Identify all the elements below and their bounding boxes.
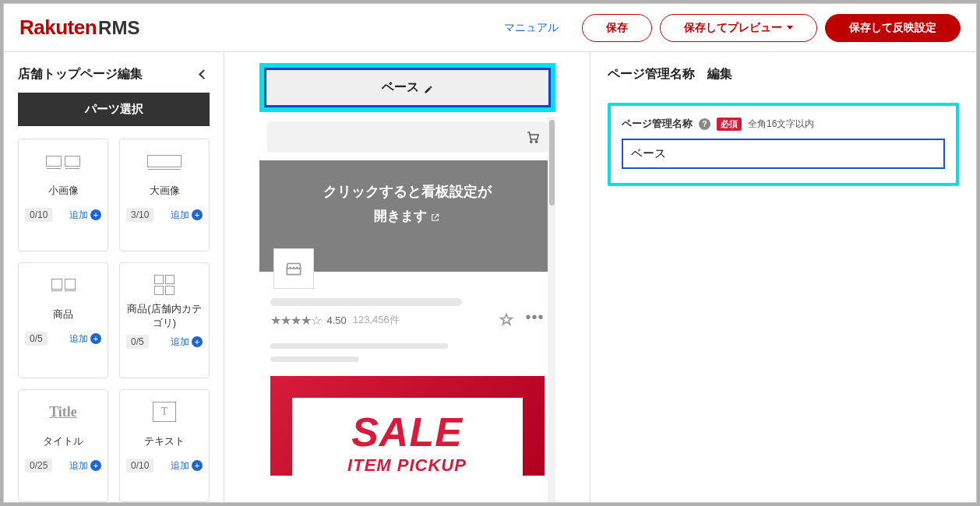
plus-icon: + [90,460,101,471]
preview-search-bar[interactable] [267,121,548,153]
scrollbar-track[interactable] [548,117,555,502]
part-add-button[interactable]: 追加+ [171,209,203,222]
svg-point-1 [535,141,537,142]
save-preview-button[interactable]: 保存してプレビュー [660,14,817,42]
pencil-icon [424,83,433,93]
part-count: 0/25 [25,459,52,473]
item-category-icon [126,271,203,299]
part-count: 0/5 [126,335,149,349]
base-button-highlight: ベース [259,63,555,112]
part-count: 0/5 [25,332,48,346]
stars-icon: ★★★★☆ [270,313,321,328]
favorite-icon[interactable] [499,312,514,328]
logo-rms: RMS [98,17,139,39]
page-name-field-highlight: ページ管理名称 ? 必須 全角16文字以内 [608,103,959,186]
plus-icon: + [192,460,203,471]
banner-text-1: クリックすると看板設定が [275,182,540,201]
skeleton-line [270,357,359,362]
logo: Rakuten RMS [19,16,139,40]
part-count: 0/10 [126,459,153,473]
external-link-icon [430,211,440,221]
base-button-label: ベース [382,79,419,96]
cart-icon [526,130,540,144]
app-window: Rakuten RMS マニュアル 保存 保存してプレビュー 保存して反映設定 … [3,3,977,503]
required-badge: 必須 [717,118,742,131]
part-add-button[interactable]: 追加+ [69,459,101,473]
preview-banner[interactable]: クリックすると看板設定が 開きます [259,160,555,272]
part-card-item-category: 商品(店舗内カテゴリ) 0/5 追加+ [119,262,210,378]
part-count: 3/10 [126,208,153,222]
part-label: 商品 [53,302,73,327]
chevron-left-icon [199,69,209,79]
mobile-preview: クリックすると看板設定が 開きます ★★★★☆ 4. [259,117,555,502]
part-count: 0/10 [25,208,52,222]
skeleton-line [270,298,462,306]
field-hint: 全角16文字以内 [748,118,814,131]
text-icon: T [126,398,203,426]
plus-icon: + [90,209,101,220]
part-label: タイトル [43,429,83,454]
right-panel: ページ管理名称 編集 ページ管理名称 ? 必須 全角16文字以内 [590,52,976,502]
plus-icon: + [192,336,203,347]
sale-heading: SALE [300,412,515,452]
part-card-text: T テキスト 0/10 追加+ [119,389,210,502]
plus-icon: + [192,209,203,220]
part-add-button[interactable]: 追加+ [69,209,101,222]
small-image-icon [25,147,101,175]
part-card-small-image: 小画像 0/10 追加+ [18,139,108,251]
save-button[interactable]: 保存 [582,14,652,42]
field-label: ページ管理名称 [622,117,693,131]
skeleton-line [270,343,448,349]
page-name-input[interactable] [622,139,945,169]
sidebar-title: 店舗トップページ編集 [18,66,194,83]
header: Rakuten RMS マニュアル 保存 保存してプレビュー 保存して反映設定 [4,4,976,52]
parts-select-button[interactable]: パーツ選択 [18,93,210,126]
svg-point-0 [530,141,531,142]
part-add-button[interactable]: 追加+ [171,459,203,473]
parts-grid: 小画像 0/10 追加+ 大画像 3/10 追加+ [4,139,224,502]
part-label: テキスト [144,429,185,454]
part-label: 大画像 [150,178,180,203]
save-apply-button[interactable]: 保存して反映設定 [825,14,961,42]
part-add-button[interactable]: 追加+ [69,332,101,346]
sidebar: 店舗トップページ編集 パーツ選択 小画像 0/10 追加+ [4,52,224,502]
rating-value: 4.50 [327,314,347,326]
plus-icon: + [90,333,101,344]
logo-rakuten: Rakuten [19,16,97,40]
large-image-icon [126,147,203,175]
part-card-large-image: 大画像 3/10 追加+ [119,139,210,251]
base-button[interactable]: ベース [264,68,551,107]
save-preview-label: 保存してプレビュー [684,21,782,35]
sale-banner: SALE ITEM PICKUP [270,376,545,476]
part-add-button[interactable]: 追加+ [171,336,203,349]
part-label: 小画像 [48,178,79,203]
item-icon [25,271,101,299]
preview-pane: ベース クリックすると看板設定が 開きます [224,52,590,502]
part-label: 商品(店舗内カテゴリ) [126,302,203,330]
right-panel-title: ページ管理名称 編集 [608,66,959,83]
manual-link[interactable]: マニュアル [504,21,559,35]
rating-count: 123,456件 [353,313,400,327]
store-badge [273,248,314,289]
part-card-title: Title タイトル 0/25 追加+ [18,389,108,502]
title-icon: Title [25,398,101,426]
main: 店舗トップページ編集 パーツ選択 小画像 0/10 追加+ [4,52,976,502]
banner-text-2: 開きます [374,207,427,225]
scrollbar-thumb[interactable] [549,120,555,206]
help-icon[interactable]: ? [699,118,710,130]
part-card-item: 商品 0/5 追加+ [18,262,108,378]
sale-sub: ITEM PICKUP [300,455,515,476]
collapse-sidebar-button[interactable] [194,65,213,83]
caret-down-icon [787,26,793,30]
